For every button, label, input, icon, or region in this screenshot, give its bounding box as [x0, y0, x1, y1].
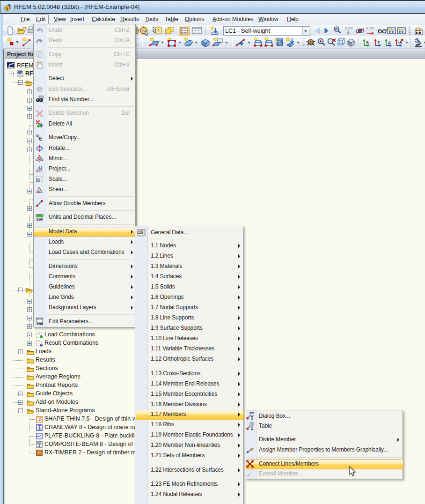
svg-text:5: 5: [6, 6, 8, 11]
svg-text:Y: Y: [377, 40, 380, 44]
svg-text:X.XX: X.XX: [366, 26, 374, 30]
svg-text:X: X: [366, 40, 369, 44]
svg-text:ab=: ab=: [37, 322, 43, 326]
svg-text:P: P: [335, 27, 338, 31]
svg-text:±: ±: [158, 28, 160, 32]
svg-text:X.XX: X.XX: [344, 26, 352, 30]
svg-text:0.00: 0.00: [37, 218, 43, 221]
svg-text:Z: Z: [388, 40, 391, 44]
